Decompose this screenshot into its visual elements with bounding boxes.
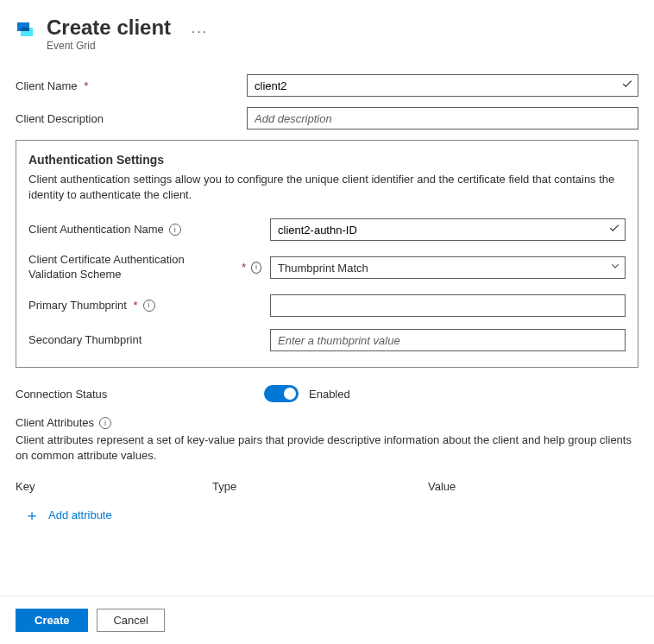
info-icon[interactable]: i bbox=[169, 224, 181, 236]
auth-panel-title: Authentication Settings bbox=[28, 153, 626, 167]
auth-name-label: Client Authentication Name i bbox=[28, 223, 261, 237]
client-attributes-description: Client attributes represent a set of key… bbox=[16, 432, 638, 464]
client-attributes-label: Client Attributes i bbox=[16, 416, 638, 429]
auth-name-row: Client Authentication Name i bbox=[28, 218, 626, 241]
primary-thumbprint-row: Primary Thumbprint * i bbox=[28, 294, 626, 317]
secondary-thumbprint-label: Secondary Thumbprint bbox=[28, 333, 261, 348]
validation-scheme-select[interactable]: Thumbprint Match bbox=[270, 256, 626, 279]
secondary-thumbprint-row: Secondary Thumbprint bbox=[28, 329, 626, 351]
attributes-header-row: Key Type Value bbox=[16, 480, 638, 493]
create-button[interactable]: Create bbox=[16, 609, 88, 632]
client-name-label: Client Name * bbox=[16, 79, 238, 92]
toggle-knob bbox=[284, 388, 296, 400]
plus-icon: ＋ bbox=[24, 505, 40, 526]
auth-name-input[interactable] bbox=[270, 218, 626, 241]
connection-status-toggle[interactable] bbox=[264, 385, 299, 402]
title-block: Create client ··· Event Grid bbox=[47, 16, 638, 52]
attr-col-value: Value bbox=[428, 480, 638, 493]
auth-panel-description: Client authentication settings allow you… bbox=[28, 172, 626, 203]
client-name-input[interactable] bbox=[247, 74, 638, 97]
primary-thumbprint-label: Primary Thumbprint * i bbox=[28, 299, 261, 313]
primary-thumbprint-input[interactable] bbox=[270, 294, 626, 317]
page-title: Create client bbox=[47, 16, 171, 40]
info-icon[interactable]: i bbox=[143, 300, 155, 312]
info-icon[interactable]: i bbox=[251, 262, 261, 274]
event-grid-icon bbox=[16, 19, 36, 40]
authentication-settings-panel: Authentication Settings Client authentic… bbox=[16, 140, 638, 368]
client-description-row: Client Description bbox=[16, 107, 638, 129]
validation-scheme-label: Client Certificate Authentication Valida… bbox=[28, 253, 261, 282]
secondary-thumbprint-input[interactable] bbox=[270, 329, 626, 351]
connection-status-row: Connection Status Enabled bbox=[16, 385, 638, 402]
attr-col-type: Type bbox=[212, 480, 428, 493]
client-description-label: Client Description bbox=[16, 112, 238, 125]
client-description-input[interactable] bbox=[247, 107, 638, 129]
svg-rect-2 bbox=[21, 28, 29, 31]
page-subtitle: Event Grid bbox=[47, 40, 638, 52]
attr-col-key: Key bbox=[16, 480, 212, 493]
page-header: Create client ··· Event Grid bbox=[16, 16, 638, 52]
connection-status-state: Enabled bbox=[309, 388, 350, 401]
connection-status-label: Connection Status bbox=[16, 388, 264, 401]
info-icon[interactable]: i bbox=[99, 417, 111, 429]
client-name-row: Client Name * bbox=[16, 74, 638, 97]
more-actions-button[interactable]: ··· bbox=[192, 24, 208, 40]
add-attribute-label: Add attribute bbox=[48, 508, 112, 521]
cancel-button[interactable]: Cancel bbox=[97, 609, 164, 632]
validation-scheme-row: Client Certificate Authentication Valida… bbox=[28, 253, 626, 282]
add-attribute-button[interactable]: ＋ Add attribute bbox=[24, 505, 638, 526]
footer-bar: Create Cancel bbox=[0, 596, 654, 644]
